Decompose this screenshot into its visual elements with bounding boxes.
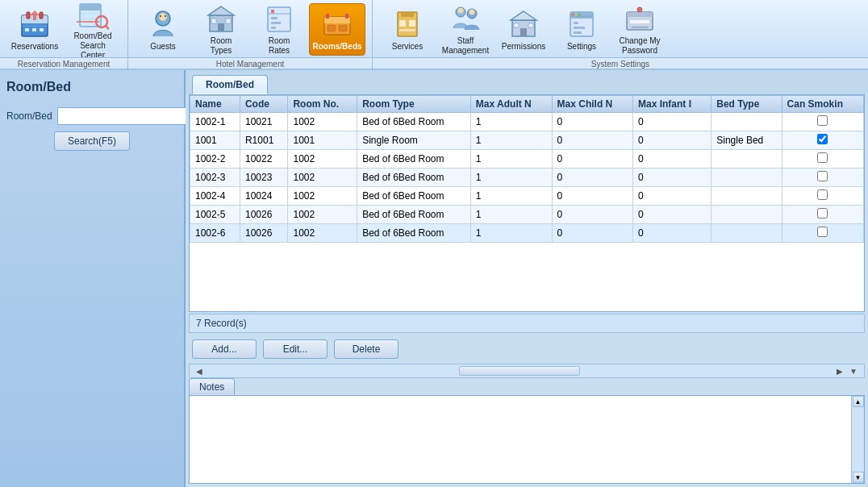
col-max-child: Max Child N	[552, 96, 632, 113]
permissions-button[interactable]: Permissions	[495, 3, 552, 56]
settings-label: Settings	[567, 42, 596, 52]
table-row[interactable]: 1002-5100261002Bed of 6Bed Room100	[190, 206, 864, 224]
guests-icon	[147, 8, 179, 40]
svg-rect-7	[32, 28, 36, 31]
room-rates-icon	[263, 4, 295, 35]
table-cell: 1002	[288, 113, 357, 131]
svg-point-19	[160, 15, 161, 17]
smoking-checkbox[interactable]	[817, 115, 828, 126]
room-bed-search-button[interactable]: Room/BedSearch Center	[65, 3, 121, 56]
settings-button[interactable]: Settings	[553, 3, 610, 56]
notes-textarea[interactable]	[190, 396, 851, 483]
table-row[interactable]: 1002-1100211002Bed of 6Bed Room100	[190, 113, 864, 131]
tab-bar: Room/Bed	[186, 70, 868, 94]
staff-management-label: StaffManagement	[442, 36, 489, 56]
smoking-checkbox-cell[interactable]	[782, 169, 863, 187]
scroll-down-arrow[interactable]: ▼	[846, 367, 861, 376]
svg-rect-50	[520, 28, 527, 36]
staff-management-button[interactable]: StaffManagement	[437, 3, 494, 56]
svg-rect-56	[574, 22, 578, 24]
room-bed-tab[interactable]: Room/Bed	[192, 75, 268, 94]
rooms-beds-label: Rooms/Beds	[312, 42, 361, 52]
system-settings-section: Services StaffManagement	[373, 0, 868, 69]
svg-rect-8	[40, 28, 44, 31]
scroll-right-arrow[interactable]: ▶	[833, 367, 846, 376]
table-cell: 10021	[240, 113, 288, 131]
change-password-button[interactable]: Change MyPassword	[611, 3, 668, 56]
smoking-checkbox-cell[interactable]	[782, 206, 863, 224]
search-button[interactable]: Search(F5)	[54, 131, 130, 151]
room-types-button[interactable]: RoomTypes	[193, 3, 249, 56]
scroll-left-arrow[interactable]: ◀	[193, 367, 206, 376]
notes-scrollbar: ▲ ▼	[851, 396, 864, 483]
notes-tab-bar: Notes	[189, 378, 865, 395]
reservations-icon	[19, 8, 51, 40]
table-container[interactable]: Name Code Room No. Room Type Max Adult N…	[189, 94, 865, 312]
room-bed-input[interactable]	[57, 107, 186, 125]
scroll-thumb[interactable]	[459, 366, 580, 376]
add-button[interactable]: Add...	[192, 339, 257, 359]
table-cell: 0	[633, 150, 712, 169]
table-cell	[712, 224, 782, 243]
table-cell: 1002-5	[190, 206, 240, 224]
table-cell: 1002-6	[190, 224, 240, 243]
services-icon	[391, 8, 424, 40]
table-cell: 1	[470, 150, 552, 169]
smoking-checkbox-cell[interactable]	[782, 150, 863, 169]
table-row[interactable]: 1002-4100241002Bed of 6Bed Room100	[190, 187, 864, 206]
table-row[interactable]: 1001R10011001Single Room100Single Bed	[190, 131, 864, 150]
delete-button[interactable]: Delete	[334, 339, 399, 359]
svg-rect-57	[574, 27, 585, 29]
col-room-type: Room Type	[357, 96, 471, 113]
svg-point-47	[469, 9, 475, 15]
table-cell: Bed of 6Bed Room	[357, 224, 471, 243]
smoking-checkbox[interactable]	[817, 208, 828, 219]
table-cell: 0	[633, 224, 712, 243]
smoking-checkbox[interactable]	[817, 171, 828, 181]
svg-rect-58	[574, 31, 582, 34]
smoking-checkbox-cell[interactable]	[782, 131, 863, 150]
guests-button[interactable]: Guests	[135, 3, 191, 56]
table-row[interactable]: 1002-3100231002Bed of 6Bed Room100	[190, 169, 864, 187]
notes-scroll-down[interactable]: ▼	[853, 472, 864, 483]
table-cell: 1	[470, 169, 552, 187]
table-cell: Single Room	[357, 131, 471, 150]
horizontal-scrollbar[interactable]: ◀ ▶ ▼	[189, 364, 865, 378]
rooms-beds-button[interactable]: Rooms/Beds	[309, 3, 365, 56]
smoking-checkbox[interactable]	[817, 227, 828, 237]
edit-button[interactable]: Edit...	[263, 339, 328, 359]
system-settings-label: System Settings	[373, 57, 868, 70]
services-button[interactable]: Services	[379, 3, 436, 56]
table-cell: 1	[470, 187, 552, 206]
smoking-checkbox-cell[interactable]	[782, 224, 863, 243]
left-panel: Room/Bed Room/Bed Search(F5)	[0, 70, 186, 487]
smoking-checkbox-cell[interactable]	[782, 187, 863, 206]
table-row[interactable]: 1002-6100261002Bed of 6Bed Room100	[190, 224, 864, 243]
smoking-checkbox-cell[interactable]	[782, 113, 863, 131]
table-cell: 10022	[240, 150, 288, 169]
smoking-checkbox[interactable]	[817, 152, 828, 163]
table-cell: 10026	[240, 224, 288, 243]
reservations-button[interactable]: Reservations	[6, 3, 63, 56]
svg-rect-63	[627, 12, 653, 17]
left-panel-title: Room/Bed	[6, 77, 177, 98]
smoking-checkbox[interactable]	[817, 189, 828, 200]
col-room-no: Room No.	[288, 96, 357, 113]
notes-tab[interactable]: Notes	[189, 378, 235, 395]
svg-point-66	[637, 7, 642, 12]
smoking-checkbox[interactable]	[817, 134, 828, 144]
svg-rect-36	[339, 25, 347, 31]
data-table: Name Code Room No. Room Type Max Adult N…	[190, 95, 864, 243]
svg-rect-42	[409, 20, 415, 27]
svg-rect-37	[326, 14, 329, 19]
table-cell	[712, 206, 782, 224]
table-cell: 0	[633, 169, 712, 187]
svg-point-59	[572, 13, 574, 15]
room-rates-button[interactable]: RoomRates	[251, 3, 307, 56]
notes-scroll-up[interactable]: ▲	[853, 396, 864, 407]
table-row[interactable]: 1002-2100221002Bed of 6Bed Room100	[190, 150, 864, 169]
reservation-management-section: Reservations Room/BedSearch Center	[0, 0, 128, 69]
col-can-smoking: Can Smokin	[782, 96, 863, 113]
svg-rect-6	[25, 28, 29, 31]
permissions-label: Permissions	[502, 42, 545, 52]
